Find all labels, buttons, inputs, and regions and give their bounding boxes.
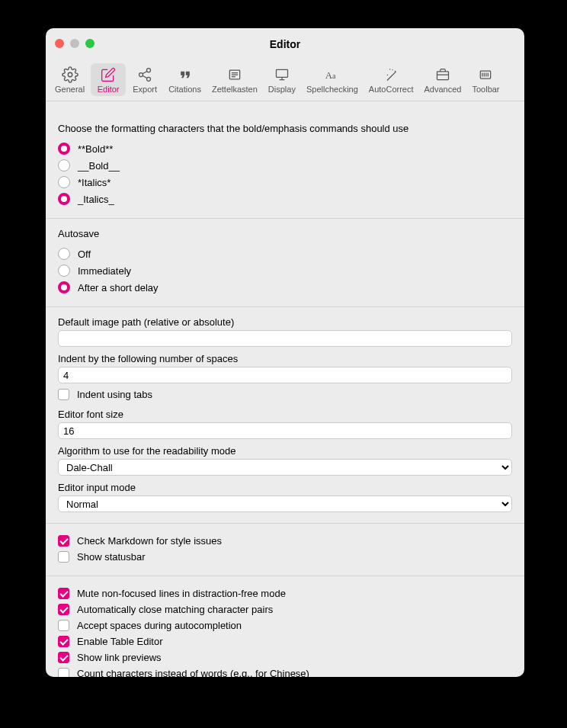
svg-line-4	[143, 75, 147, 78]
input-mode-select[interactable]: Normal	[58, 495, 512, 512]
option-label: Check Markdown for style issues	[77, 535, 222, 547]
tab-label: Toolbar	[472, 85, 499, 94]
tab-editor[interactable]: Editor	[91, 63, 126, 96]
option-label: Enable Table Editor	[77, 636, 163, 647]
radio-option[interactable]: Immediately	[58, 262, 512, 279]
tab-advanced[interactable]: Advanced	[420, 63, 466, 96]
field-label: Default image path (relative or absolute…	[58, 316, 512, 328]
indent-spaces-input[interactable]	[58, 367, 512, 383]
tab-spellchecking[interactable]: Aa Spellchecking	[302, 63, 363, 96]
radio-input[interactable]	[58, 265, 70, 277]
checkbox-input[interactable]	[58, 620, 69, 631]
radio-option[interactable]: Off	[58, 245, 512, 262]
note-icon	[227, 66, 242, 83]
checkbox-option[interactable]: Count characters instead of words (e.g.,…	[58, 665, 512, 677]
checks2-section: Mute non-focused lines in distraction-fr…	[46, 576, 524, 677]
checkbox-input[interactable]	[58, 636, 69, 647]
quote-icon	[178, 66, 193, 83]
radio-input[interactable]	[58, 176, 70, 188]
section-heading: Autosave	[58, 228, 512, 239]
preferences-toolbar: General Editor Export Citations Zettelka…	[46, 60, 524, 101]
tab-zettelkasten[interactable]: Zettelkasten	[207, 63, 262, 96]
share-icon	[137, 66, 152, 83]
svg-rect-10	[276, 69, 287, 77]
window-title: Editor	[46, 38, 524, 50]
option-label: Mute non-focused lines in distraction-fr…	[77, 588, 286, 599]
option-label: _Italics_	[78, 194, 114, 205]
checkbox-option[interactable]: Indent using tabs	[58, 386, 512, 402]
option-label: __Bold__	[78, 160, 120, 172]
option-label: Show statusbar	[77, 551, 146, 563]
gear-icon	[62, 66, 78, 83]
field-label: Algorithm to use for the readability mod…	[58, 445, 512, 457]
radio-input[interactable]	[58, 281, 70, 293]
checkbox-option[interactable]: Show link previews	[58, 649, 512, 665]
checkbox-input[interactable]	[58, 535, 69, 547]
field-label: Editor font size	[58, 409, 512, 420]
checkbox-option[interactable]: Accept spaces during autocompletion	[58, 617, 512, 633]
checkbox-option[interactable]: Automatically close matching character p…	[58, 601, 512, 617]
svg-point-2	[139, 73, 143, 77]
formatting-section: Choose the formatting characters that th…	[46, 101, 524, 219]
option-label: Accept spaces during autocompletion	[77, 620, 242, 631]
option-label: Indent using tabs	[77, 389, 152, 400]
checks1-section: Check Markdown for style issues Show sta…	[46, 524, 524, 576]
checkbox-input[interactable]	[58, 551, 69, 563]
radio-option[interactable]: _Italics_	[58, 191, 512, 207]
radio-option[interactable]: **Bold**	[58, 140, 512, 157]
checkbox-input[interactable]	[58, 668, 69, 677]
tab-display[interactable]: Display	[264, 63, 300, 96]
radio-input[interactable]	[58, 159, 70, 172]
svg-rect-15	[437, 72, 448, 80]
option-label: Count characters instead of words (e.g.,…	[77, 668, 309, 677]
font-icon: Aa	[324, 66, 341, 83]
checkbox-option[interactable]: Enable Table Editor	[58, 633, 512, 649]
maximize-button[interactable]	[85, 39, 94, 48]
checkbox-input[interactable]	[58, 652, 69, 663]
svg-point-1	[147, 69, 151, 72]
checkbox-input[interactable]	[58, 389, 69, 400]
readability-select[interactable]: Dale-Chall	[58, 459, 512, 476]
tab-label: Citations	[168, 85, 201, 94]
traffic-lights	[55, 39, 94, 48]
tab-label: Spellchecking	[306, 85, 358, 94]
radio-option[interactable]: __Bold__	[58, 157, 512, 174]
tab-label: Advanced	[424, 85, 462, 94]
tab-label: General	[55, 85, 85, 94]
option-label: After a short delay	[78, 282, 159, 293]
field-label: Indent by the following number of spaces	[58, 353, 512, 364]
minimize-button[interactable]	[70, 39, 79, 48]
svg-line-5	[143, 71, 147, 73]
checkbox-input[interactable]	[58, 604, 69, 615]
monitor-icon	[274, 66, 290, 83]
svg-point-3	[147, 77, 151, 81]
wand-icon	[383, 66, 399, 83]
checkbox-input[interactable]	[58, 588, 69, 599]
radio-option[interactable]: *Italics*	[58, 174, 512, 191]
close-button[interactable]	[55, 39, 64, 48]
preferences-window: Editor General Editor Export Citations	[46, 28, 524, 677]
tab-general[interactable]: General	[50, 63, 89, 96]
option-label: *Italics*	[78, 177, 111, 188]
svg-point-0	[68, 72, 72, 77]
checkbox-option[interactable]: Show statusbar	[58, 549, 512, 565]
radio-input[interactable]	[58, 193, 70, 205]
image-path-input[interactable]	[58, 330, 512, 347]
tab-label: Display	[268, 85, 296, 94]
content-pane: Choose the formatting characters that th…	[46, 101, 524, 677]
checkbox-option[interactable]: Check Markdown for style issues	[58, 533, 512, 549]
font-size-input[interactable]	[58, 422, 512, 439]
tab-toolbar[interactable]: Toolbar	[467, 63, 504, 96]
radio-input[interactable]	[58, 143, 70, 155]
field-label: Editor input mode	[58, 482, 512, 493]
tab-label: Zettelkasten	[212, 85, 258, 94]
fields-section: Default image path (relative or absolute…	[46, 307, 524, 524]
tab-export[interactable]: Export	[127, 63, 162, 96]
tab-label: AutoCorrect	[369, 85, 414, 94]
radio-input[interactable]	[58, 248, 70, 260]
svg-text:a: a	[332, 72, 336, 80]
tab-autocorrect[interactable]: AutoCorrect	[364, 63, 418, 96]
tab-citations[interactable]: Citations	[164, 63, 206, 96]
checkbox-option[interactable]: Mute non-focused lines in distraction-fr…	[58, 585, 512, 601]
radio-option[interactable]: After a short delay	[58, 279, 512, 296]
